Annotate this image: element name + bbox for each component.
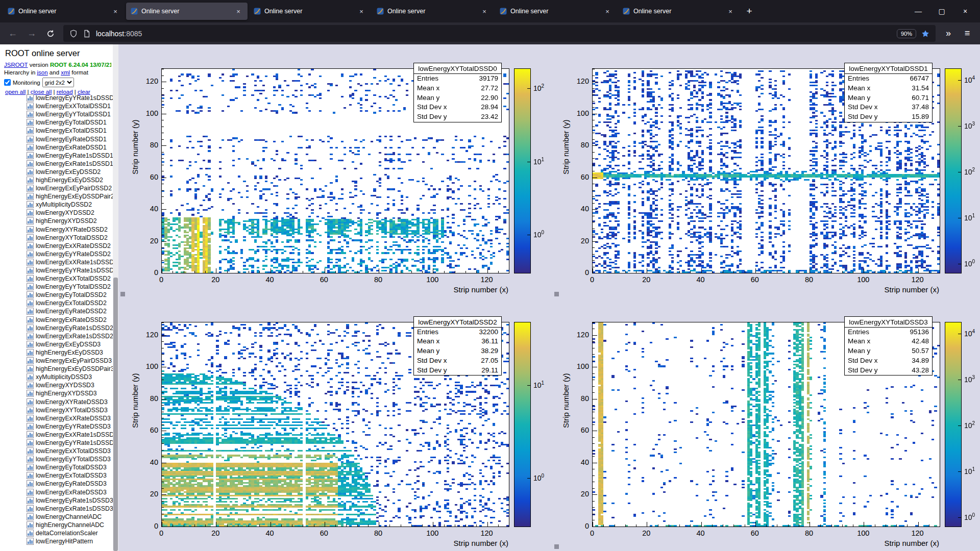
tree-item[interactable]: highEnergyXYDSSD2	[4, 217, 111, 225]
tree-item[interactable]: lowEnergyEyRateDSSD2	[4, 307, 111, 315]
zoom-level-badge[interactable]: 90%	[897, 29, 916, 38]
tab-close-icon[interactable]: ×	[357, 7, 366, 16]
tab-close-icon[interactable]: ×	[726, 7, 735, 16]
tree-item[interactable]: lowEnergyEyTotalDSSD1	[4, 118, 111, 127]
tree-item[interactable]: lowEnergyEyYRate1sDSSD3	[4, 439, 111, 447]
scrollbar-thumb[interactable]	[113, 278, 118, 551]
tab-close-icon[interactable]: ×	[480, 7, 489, 16]
jsroot-link[interactable]: JSROOT	[4, 62, 28, 68]
tree-item[interactable]: lowEnergyEyYRateDSSD3	[4, 422, 111, 431]
tree-item[interactable]: lowEnergyExRate1sDSSD2	[4, 332, 111, 340]
stats-box[interactable]: lowEnergyXYTotalDSSD2 Entries32200Mean x…	[413, 316, 502, 376]
tree-item[interactable]: xyMultiplicityDSSD3	[4, 373, 111, 381]
back-button[interactable]: ←	[4, 25, 21, 42]
browser-tab[interactable]: Online server ×	[3, 3, 125, 20]
browser-tab[interactable]: Online server ×	[126, 3, 248, 20]
shield-icon[interactable]	[69, 30, 78, 38]
tree-item[interactable]: lowEnergyXYRateDSSD3	[4, 397, 111, 406]
x-tick-label: 120	[480, 276, 493, 284]
tree-item[interactable]: lowEnergyEyYRateDSSD2	[4, 250, 111, 258]
tree-item[interactable]: lowEnergyEyTotalDSSD2	[4, 291, 111, 299]
tree-item[interactable]: lowEnergyXYDSSD3	[4, 381, 111, 389]
overflow-chevron-icon[interactable]: »	[940, 25, 957, 42]
tree-item[interactable]: lowEnergyXYRateDSSD2	[4, 226, 111, 234]
tree-item[interactable]: lowEnergyEyYTotalDSSD1	[4, 110, 111, 118]
stats-box[interactable]: lowEnergyXYTotalDSSD0 Entries39179Mean x…	[413, 63, 502, 122]
tree-item[interactable]: lowEnergyEyYRate1sDSSD1	[4, 94, 111, 102]
tree-item[interactable]: lowEnergyEyRateDSSD3	[4, 480, 111, 488]
tree-item[interactable]: highEnergyXYDSSD3	[4, 389, 111, 397]
tree-item[interactable]: lowEnergyExRateDSSD3	[4, 488, 111, 496]
tree-item[interactable]: highEnergyChannelADC	[4, 521, 111, 529]
forward-button[interactable]: →	[23, 25, 40, 42]
tree-item[interactable]: lowEnergyExRate1sDSSD1	[4, 160, 111, 168]
tree-item[interactable]: lowEnergyExEyPairDSSD3	[4, 357, 111, 365]
tree-item[interactable]: lowEnergyEyRate1sDSSD2	[4, 324, 111, 332]
close-button[interactable]: ×	[953, 0, 977, 22]
bookmark-star-icon[interactable]	[921, 30, 929, 38]
menu-hamburger-icon[interactable]: ≡	[959, 25, 976, 42]
tree-item[interactable]: lowEnergyXYDSSD2	[4, 209, 111, 217]
tab-close-icon[interactable]: ×	[234, 7, 243, 16]
splitter-handle[interactable]	[120, 292, 125, 296]
tree-item[interactable]: highEnergyExEyDSSDPair2	[4, 192, 111, 201]
new-tab-button[interactable]: +	[741, 3, 757, 19]
monitoring-checkbox[interactable]	[4, 79, 11, 86]
stats-box[interactable]: lowEnergyXYTotalDSSD3 Entries95136Mean x…	[844, 316, 933, 376]
tree-item[interactable]: lowEnergyExRate1sDSSD3	[4, 505, 111, 513]
tree-item[interactable]: lowEnergyEyTotalDSSD3	[4, 463, 111, 471]
xml-link[interactable]: xml	[61, 69, 70, 76]
tree-item[interactable]: lowEnergyEyYTotalDSSD3	[4, 455, 111, 463]
tree-item[interactable]: deltaCorrelationScaler	[4, 529, 111, 537]
tree-item[interactable]: lowEnergyExEyDSSD2	[4, 168, 111, 176]
tree-item[interactable]: lowEnergyExXTotalDSSD1	[4, 102, 111, 110]
tree-item[interactable]: lowEnergyExEyPairDSSD2	[4, 184, 111, 192]
tree-item[interactable]: lowEnergyExEyDSSD3	[4, 340, 111, 348]
tree-item[interactable]: highEnergyExEyDSSDPair3	[4, 365, 111, 373]
browser-tab[interactable]: Online server ×	[495, 3, 617, 20]
url-bar[interactable]: localhost:8085 90%	[63, 25, 936, 42]
tree-item[interactable]: lowEnergyXYTotalDSSD3	[4, 406, 111, 414]
browser-tab[interactable]: Online server ×	[372, 3, 494, 20]
tree-item[interactable]: lowEnergyExXRateDSSD3	[4, 414, 111, 422]
grid-layout-select[interactable]: grid 2x2	[42, 78, 74, 87]
monitoring-label: Monitoring	[13, 80, 40, 86]
tree-item[interactable]: lowEnergyHitPattern	[4, 537, 111, 545]
tree-item[interactable]: xyMultiplicityDSSD2	[4, 201, 111, 209]
maximize-button[interactable]: ▢	[930, 0, 953, 22]
tree-item[interactable]: lowEnergyExTotalDSSD3	[4, 471, 111, 480]
tree-item[interactable]: lowEnergyExXTotalDSSD3	[4, 447, 111, 455]
tree-item[interactable]: lowEnergyChannelADC	[4, 513, 111, 521]
tree-item[interactable]: lowEnergyExXRate1sDSSD2	[4, 258, 111, 266]
tree-item[interactable]: lowEnergyExXRateDSSD2	[4, 242, 111, 250]
stats-box[interactable]: lowEnergyXYTotalDSSD1 Entries66747Mean x…	[844, 63, 933, 122]
tree-item[interactable]: lowEnergyExTotalDSSD2	[4, 299, 111, 307]
tab-close-icon[interactable]: ×	[111, 7, 120, 16]
tree-item-label: lowEnergyEyRate1sDSSD3	[36, 497, 113, 504]
browser-tab[interactable]: Online server ×	[618, 3, 740, 20]
browser-tab[interactable]: Online server ×	[249, 3, 371, 20]
splitter-handle[interactable]	[554, 544, 559, 549]
splitter-handle[interactable]	[554, 292, 559, 296]
tree-item[interactable]: lowEnergyExRateDSSD2	[4, 316, 111, 324]
tree-item[interactable]: lowEnergyExTotalDSSD1	[4, 127, 111, 135]
tab-close-icon[interactable]: ×	[603, 7, 612, 16]
tree-item[interactable]: highEnergyExEyDSSD2	[4, 176, 111, 184]
tree-action-open-all[interactable]: open all	[5, 89, 26, 95]
version-line: JSROOT version ROOT 6.24.04 13/07/21	[4, 62, 111, 68]
page-info-icon[interactable]	[83, 30, 91, 38]
json-link[interactable]: json	[37, 69, 48, 76]
tree-item[interactable]: lowEnergyExXTotalDSSD2	[4, 274, 111, 283]
tree-item[interactable]: lowEnergyEyYTotalDSSD2	[4, 283, 111, 291]
sidebar-scrollbar[interactable]	[113, 44, 118, 551]
tree-item[interactable]: lowEnergyEyRate1sDSSD1	[4, 152, 111, 160]
tree-item[interactable]: lowEnergyExXRate1sDSSD3	[4, 431, 111, 439]
tree-item[interactable]: lowEnergyExRateDSSD1	[4, 143, 111, 152]
tree-item[interactable]: highEnergyExEyDSSD3	[4, 348, 111, 357]
tree-item[interactable]: lowEnergyEyRate1sDSSD3	[4, 496, 111, 505]
minimize-button[interactable]: —	[906, 0, 930, 22]
tree-item[interactable]: lowEnergyXYTotalDSSD2	[4, 234, 111, 242]
tree-item[interactable]: lowEnergyEyRateDSSD1	[4, 135, 111, 143]
tree-item[interactable]: lowEnergyEyYRate1sDSSD2	[4, 266, 111, 274]
reload-button[interactable]	[42, 25, 59, 42]
